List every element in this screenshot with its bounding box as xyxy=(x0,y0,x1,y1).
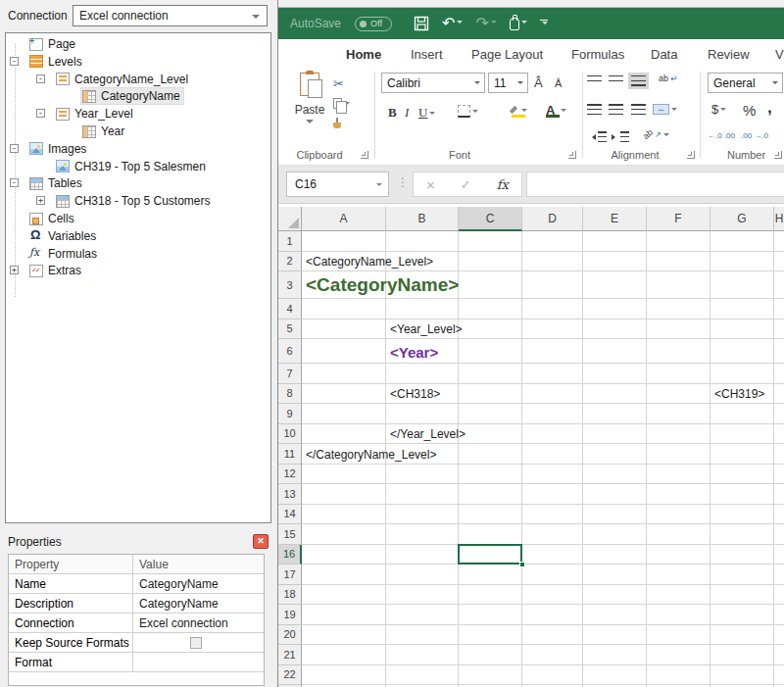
cell-D14[interactable] xyxy=(522,505,583,525)
cell-F22[interactable] xyxy=(647,665,710,686)
bottom-align-button[interactable] xyxy=(631,75,646,86)
cell-D4[interactable] xyxy=(522,299,583,319)
cell-G15[interactable] xyxy=(710,524,774,545)
column-header-c[interactable]: C xyxy=(459,207,522,231)
cell-F4[interactable] xyxy=(647,299,710,319)
row-header-18[interactable]: 18 xyxy=(278,585,302,606)
format-painter-button[interactable] xyxy=(333,118,341,128)
cell-E7[interactable] xyxy=(583,364,647,384)
cell-F11[interactable] xyxy=(647,444,710,465)
cell-F17[interactable] xyxy=(647,564,710,585)
tab-page-layout[interactable]: Page Layout xyxy=(471,47,543,67)
tree-node[interactable]: Page xyxy=(28,36,78,52)
cell-B15[interactable] xyxy=(386,524,459,545)
cell-D2[interactable] xyxy=(522,252,583,272)
cut-button[interactable]: ✂ xyxy=(333,76,344,91)
select-all-corner[interactable] xyxy=(278,207,302,231)
cell-H12[interactable] xyxy=(774,465,784,485)
cell-A15[interactable] xyxy=(302,524,386,545)
decrease-font-size-button[interactable]: Ǎ xyxy=(555,77,562,89)
cell-G1[interactable] xyxy=(710,231,774,252)
cell-E14[interactable] xyxy=(583,505,647,525)
column-header-g[interactable]: G xyxy=(710,207,774,231)
cell-G19[interactable] xyxy=(710,605,774,625)
cell-H18[interactable] xyxy=(774,585,784,606)
font-size-combo[interactable]: 11 xyxy=(488,73,528,93)
align-right-button[interactable] xyxy=(631,104,646,115)
currency-button[interactable]: $ xyxy=(711,102,726,117)
tree-node[interactable]: Levels xyxy=(28,54,85,70)
tree-node[interactable]: Year xyxy=(81,123,127,139)
cell-A7[interactable] xyxy=(302,364,386,384)
tab-review[interactable]: Review xyxy=(708,47,750,67)
tree-item-ch318-top-5-customers[interactable]: +CH318 - Top 5 Customers xyxy=(6,193,270,210)
row-header-15[interactable]: 15 xyxy=(278,524,302,545)
percent-button[interactable]: % xyxy=(743,102,756,119)
orientation-button[interactable]: ab↗ xyxy=(643,129,669,139)
tree-item-images[interactable]: -Images xyxy=(6,141,270,158)
cell-G10[interactable] xyxy=(710,424,774,445)
align-center-button[interactable] xyxy=(609,104,623,115)
row-header-17[interactable]: 17 xyxy=(278,564,302,585)
property-row-keep-source-formats[interactable]: Keep Source Formats xyxy=(9,633,264,653)
property-value[interactable]: Excel connection xyxy=(133,613,264,632)
cell-F6[interactable] xyxy=(647,339,710,364)
row-header-10[interactable]: 10 xyxy=(278,424,302,445)
cell-A20[interactable] xyxy=(302,625,386,646)
cell-E5[interactable] xyxy=(583,319,647,340)
tree-item-tables[interactable]: -Tables xyxy=(6,175,270,192)
cell-F16[interactable] xyxy=(647,545,710,565)
insert-function-icon[interactable]: fx xyxy=(497,177,509,192)
cell-E11[interactable] xyxy=(583,444,647,465)
cell-D5[interactable] xyxy=(522,319,583,340)
cell-A14[interactable] xyxy=(302,505,386,525)
tree-item-year[interactable]: Year xyxy=(6,123,270,140)
cell-A9[interactable] xyxy=(302,404,386,424)
row-header-12[interactable]: 12 xyxy=(278,465,302,485)
close-icon[interactable]: ✕ xyxy=(253,534,269,549)
cell-B17[interactable] xyxy=(386,564,459,585)
cell-G13[interactable] xyxy=(710,484,774,505)
cell-D10[interactable] xyxy=(522,424,583,445)
collapse-icon[interactable]: - xyxy=(36,74,45,83)
merge-center-button[interactable]: ↔ xyxy=(653,104,677,115)
connection-dropdown[interactable]: Excel connection xyxy=(73,5,268,26)
cell-B7[interactable] xyxy=(386,364,459,384)
cell-E17[interactable] xyxy=(583,564,647,585)
tab-view[interactable]: View xyxy=(775,47,784,67)
cell-G4[interactable] xyxy=(710,299,774,319)
cell-H10[interactable] xyxy=(774,424,784,445)
row-header-22[interactable]: 22 xyxy=(278,665,302,686)
cell-F12[interactable] xyxy=(647,465,710,485)
cell-B16[interactable] xyxy=(386,545,459,565)
tree-node[interactable]: Year_Level xyxy=(55,106,136,122)
tree-node[interactable]: CategoryName_Level xyxy=(55,72,191,87)
cell-C18[interactable] xyxy=(459,585,522,606)
cell-G7[interactable] xyxy=(710,364,774,384)
cell-H7[interactable] xyxy=(774,364,784,384)
row-header-20[interactable]: 20 xyxy=(278,625,302,646)
cell-C21[interactable] xyxy=(459,645,522,665)
cell-C17[interactable] xyxy=(459,564,522,585)
cell-C22[interactable] xyxy=(459,665,522,686)
cell-F9[interactable] xyxy=(647,404,710,424)
cell-C11[interactable] xyxy=(459,444,522,465)
cell-D22[interactable] xyxy=(522,665,583,686)
cell-B4[interactable] xyxy=(386,299,459,319)
cell-D7[interactable] xyxy=(522,364,583,384)
cell-C10[interactable] xyxy=(459,424,522,445)
cell-A12[interactable] xyxy=(302,465,386,485)
row-header-21[interactable]: 21 xyxy=(278,645,302,665)
cell-E21[interactable] xyxy=(583,645,647,665)
cell-D9[interactable] xyxy=(522,404,583,424)
cell-E4[interactable] xyxy=(583,299,647,319)
cell-G17[interactable] xyxy=(710,564,774,585)
property-value[interactable] xyxy=(133,653,264,671)
cell-C9[interactable] xyxy=(459,404,522,424)
paste-button[interactable]: Paste xyxy=(287,73,332,147)
cell-D15[interactable] xyxy=(522,524,583,545)
cell-D21[interactable] xyxy=(522,645,583,665)
property-row-connection[interactable]: ConnectionExcel connection xyxy=(9,613,264,633)
number-dialog-launcher[interactable] xyxy=(774,151,782,159)
cell-B19[interactable] xyxy=(386,605,459,625)
